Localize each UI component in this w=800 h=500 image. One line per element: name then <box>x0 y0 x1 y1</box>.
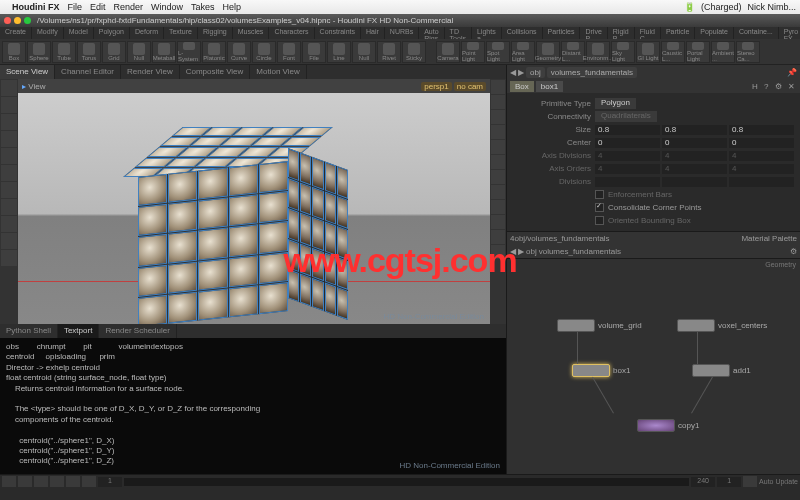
play-last-icon[interactable] <box>82 476 96 487</box>
shelf-tab[interactable]: Rigging <box>198 27 233 39</box>
size-y[interactable]: 0.8 <box>662 125 727 135</box>
shelf-tab[interactable]: Particles <box>543 27 581 39</box>
shelf-tool-box[interactable]: Box <box>2 41 26 63</box>
shelf-tool-area-light[interactable]: Area Light <box>511 41 535 63</box>
auto-update-toggle[interactable]: Auto Update <box>759 478 798 485</box>
shelf-tool-caustic-l-[interactable]: Caustic L... <box>661 41 685 63</box>
menu-help[interactable]: Help <box>223 2 242 12</box>
cube-geometry[interactable] <box>138 129 348 319</box>
tab-render-view[interactable]: Render View <box>121 65 180 79</box>
shelf-tab[interactable]: Texture <box>164 27 198 39</box>
shelf-tab[interactable]: Muscles <box>233 27 270 39</box>
minimize-icon[interactable] <box>14 17 21 24</box>
center-x[interactable]: 0 <box>595 138 660 148</box>
timeline-track[interactable] <box>124 478 689 486</box>
shelf-tab[interactable]: Modify <box>32 27 64 39</box>
shelf-tab[interactable]: Hair <box>361 27 385 39</box>
axis-ord-x[interactable]: 4 <box>595 164 660 174</box>
frame-end[interactable]: 240 <box>691 477 715 487</box>
path-net[interactable]: volumes_fundamentals <box>547 67 637 78</box>
scale-tool-icon[interactable] <box>1 131 17 147</box>
tab-render-scheduler[interactable]: Render Scheduler <box>99 324 176 338</box>
textport-console[interactable]: obs chrumpt pit volumeindextopos centroi… <box>0 338 506 474</box>
shelf-tool-ambient-[interactable]: Ambient ... <box>711 41 735 63</box>
enforce-checkbox[interactable] <box>595 190 604 199</box>
play-next-icon[interactable] <box>66 476 80 487</box>
tool-icon[interactable] <box>1 216 17 232</box>
nav-fwd-icon[interactable]: ▶ <box>518 247 524 256</box>
shelf-tool-null[interactable]: Null <box>352 41 376 63</box>
node-add1[interactable]: add1 <box>692 364 751 377</box>
menu-window[interactable]: Window <box>151 2 183 12</box>
axis-ord-z[interactable]: 4 <box>729 164 794 174</box>
shelf-tool-font[interactable]: Font <box>277 41 301 63</box>
shelf-tool-torus[interactable]: Torus <box>77 41 101 63</box>
shelf-tool-circle[interactable]: Circle <box>252 41 276 63</box>
disp-icon[interactable] <box>491 200 505 214</box>
prim-type-select[interactable]: Polygon <box>595 98 636 109</box>
node-name-field[interactable]: box1 <box>536 81 563 92</box>
disp-icon[interactable] <box>491 215 505 229</box>
shelf-tool-rivet[interactable]: Rivet <box>377 41 401 63</box>
user-name[interactable]: Nick Nimb... <box>747 2 796 12</box>
shelf-tab[interactable]: Fluid C... <box>635 27 661 39</box>
div-x[interactable] <box>595 177 660 187</box>
center-z[interactable]: 0 <box>729 138 794 148</box>
parm-path-bar[interactable]: ◀▶ obj volumes_fundamentals 📌 <box>507 65 800 79</box>
select-tool-icon[interactable] <box>1 80 17 96</box>
rotate-tool-icon[interactable] <box>1 114 17 130</box>
shelf-tab[interactable]: Polygon <box>94 27 130 39</box>
shelf-tool-file[interactable]: File <box>302 41 326 63</box>
axis-div-y[interactable]: 4 <box>662 151 727 161</box>
play-first-icon[interactable] <box>2 476 16 487</box>
nav-back-icon[interactable]: ◀ <box>510 68 516 77</box>
gear-icon[interactable]: ⚙ <box>790 247 797 256</box>
shelf-tool-stereo-ca-[interactable]: Stereo Ca... <box>736 41 760 63</box>
tool-icon[interactable] <box>1 182 17 198</box>
tool-icon[interactable] <box>1 199 17 215</box>
node-volume-grid[interactable]: volume_grid <box>557 319 642 332</box>
oriented-checkbox[interactable] <box>595 216 604 225</box>
path-obj[interactable]: obj <box>526 67 545 78</box>
tool-icon[interactable] <box>1 148 17 164</box>
shelf-tool-l-system[interactable]: L-System <box>177 41 201 63</box>
camera-menu[interactable]: persp1 <box>421 82 451 91</box>
menu-file[interactable]: File <box>68 2 83 12</box>
shelf-tabs[interactable]: CreateModifyModelPolygonDeformTextureRig… <box>0 27 800 39</box>
tab-composite-view[interactable]: Composite View <box>180 65 251 79</box>
disp-icon[interactable] <box>491 155 505 169</box>
consolidate-checkbox[interactable] <box>595 203 604 212</box>
net-path-obj[interactable]: obj <box>526 247 537 256</box>
tool-icon[interactable] <box>1 165 17 181</box>
shelf-tool-gi-light[interactable]: GI Light <box>636 41 660 63</box>
menu-edit[interactable]: Edit <box>90 2 106 12</box>
app-name[interactable]: Houdini FX <box>12 2 60 12</box>
tab-motion-view[interactable]: Motion View <box>250 65 306 79</box>
disp-icon[interactable] <box>491 170 505 184</box>
key-icon[interactable] <box>743 476 757 487</box>
shelf-tab[interactable]: Containe... <box>734 27 779 39</box>
connectivity-select[interactable]: Quadrilaterals <box>595 111 657 122</box>
shelf-tool-line[interactable]: Line <box>327 41 351 63</box>
node-copy1[interactable]: copy1 <box>637 419 699 432</box>
timeline[interactable]: 1 240 1 Auto Update <box>0 474 800 488</box>
shelf-tool-platonic[interactable]: Platonic <box>202 41 226 63</box>
axis-ord-y[interactable]: 4 <box>662 164 727 174</box>
shelf-tab[interactable]: Deform <box>130 27 164 39</box>
shelf-tab[interactable]: Lights a... <box>472 27 502 39</box>
div-y[interactable] <box>662 177 727 187</box>
node-flags[interactable]: H ? ⚙ ✕ <box>752 82 797 91</box>
shelf-tab[interactable]: NURBs <box>385 27 419 39</box>
close-icon[interactable] <box>4 17 11 24</box>
zoom-icon[interactable] <box>24 17 31 24</box>
node-voxel-centers[interactable]: voxel_centers <box>677 319 767 332</box>
shelf-tool-point-light[interactable]: Point Light <box>461 41 485 63</box>
viewport[interactable]: ▸ View persp1no cam HD Non-Commercial Ed… <box>18 79 490 324</box>
axis-div-z[interactable]: 4 <box>729 151 794 161</box>
shelf-tab[interactable]: Constraints <box>315 27 361 39</box>
shelf-tab[interactable]: Model <box>64 27 94 39</box>
shelf-tab[interactable]: Pyro FX <box>779 27 800 39</box>
frame-current[interactable]: 1 <box>717 477 741 487</box>
shelf-tool-geometry[interactable]: Geometry <box>536 41 560 63</box>
shelf-tool-sky-light[interactable]: Sky Light <box>611 41 635 63</box>
